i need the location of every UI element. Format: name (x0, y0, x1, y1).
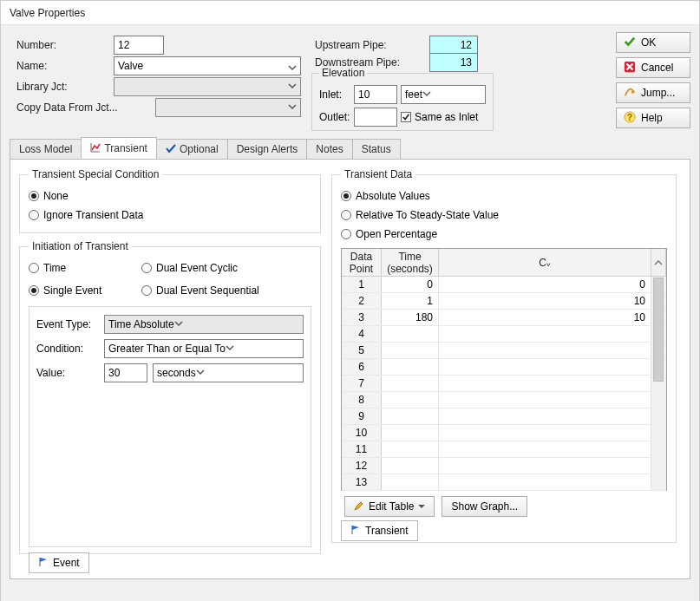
tab-design-alerts[interactable]: Design Alerts (227, 139, 308, 159)
table-row[interactable]: 4 (342, 326, 666, 343)
row-header: 4 (342, 326, 382, 342)
cell-cv[interactable] (439, 376, 651, 391)
transient-data-grid[interactable]: DataPoint Time(seconds) Cᵥ 1002110318010… (341, 248, 667, 491)
radio-dual-cyclic[interactable] (141, 263, 152, 273)
cell-time[interactable] (382, 441, 439, 457)
condition-select[interactable]: Greater Than or Equal To (104, 339, 304, 358)
inlet-unit-select[interactable]: feet (401, 85, 486, 104)
cell-cv[interactable] (439, 326, 651, 342)
chevron-down-icon (288, 81, 297, 93)
row-header: 12 (342, 458, 382, 474)
cell-time[interactable] (382, 376, 439, 391)
cell-time[interactable] (382, 343, 439, 358)
table-row[interactable]: 10 (342, 425, 666, 441)
scrollbar[interactable] (651, 278, 665, 489)
cell-cv[interactable] (439, 392, 651, 408)
cell-cv[interactable]: 10 (439, 293, 651, 309)
table-row[interactable]: 12 (342, 458, 666, 474)
ok-button[interactable]: OK (616, 32, 690, 53)
radio-dual-seq[interactable] (141, 285, 152, 296)
flag-icon (38, 557, 49, 570)
name-select[interactable]: Valve (114, 56, 301, 75)
outlet-field[interactable] (354, 108, 397, 127)
scroll-up-icon[interactable] (651, 249, 666, 276)
radio-none[interactable] (29, 191, 39, 201)
event-settings: Event Type: Time Absolute Condition: Gre… (29, 306, 311, 547)
value-unit-select[interactable]: seconds (153, 363, 304, 382)
copy-data-select[interactable] (155, 98, 301, 117)
cell-time[interactable] (382, 458, 439, 474)
init-legend: Initiation of Transient (29, 240, 132, 252)
event-type-select[interactable]: Time Absolute (104, 315, 304, 334)
cell-cv[interactable] (439, 458, 651, 474)
show-graph-button[interactable]: Show Graph... (442, 496, 527, 517)
table-row[interactable]: 318010 (342, 310, 666, 326)
table-row[interactable]: 100 (342, 277, 666, 293)
row-header: 6 (342, 359, 382, 375)
cancel-button[interactable]: Cancel (616, 57, 690, 78)
cell-time[interactable]: 0 (382, 277, 439, 292)
tab-loss-model[interactable]: Loss Model (10, 139, 82, 159)
tab-notes[interactable]: Notes (306, 139, 352, 159)
radio-ignore[interactable] (29, 210, 39, 220)
cell-time[interactable] (382, 408, 439, 424)
cell-time[interactable] (382, 474, 439, 490)
help-button[interactable]: ? Help (616, 108, 690, 128)
value-field[interactable]: 30 (104, 363, 147, 382)
cell-time[interactable] (382, 392, 439, 408)
scrollbar-thumb[interactable] (653, 278, 664, 382)
cell-cv[interactable] (439, 474, 651, 490)
radio-open-pct[interactable] (341, 229, 351, 239)
table-row[interactable]: 11 (342, 441, 666, 458)
tab-status[interactable]: Status (352, 139, 401, 159)
tab-optional[interactable]: Optional (156, 139, 228, 159)
caret-down-icon (418, 500, 425, 513)
cell-time[interactable] (382, 425, 439, 441)
cell-time[interactable]: 180 (382, 310, 439, 325)
table-row[interactable]: 2110 (342, 293, 666, 310)
flag-icon (350, 525, 361, 538)
table-row[interactable]: 8 (342, 392, 666, 408)
library-jct-select[interactable] (114, 77, 301, 96)
radio-time[interactable] (29, 263, 39, 273)
tab-transient[interactable]: Transient (81, 137, 157, 159)
col-cv: Cᵥ (439, 249, 651, 276)
row-header: 1 (342, 277, 382, 292)
jump-button[interactable]: Jump... (616, 82, 690, 103)
cell-cv[interactable] (439, 425, 651, 441)
upstream-pipe-field[interactable]: 12 (429, 36, 478, 55)
cell-cv[interactable] (439, 408, 651, 424)
number-field[interactable]: 12 (114, 36, 164, 55)
edit-table-button[interactable]: Edit Table (344, 496, 435, 517)
outlet-label: Outlet: (319, 111, 350, 123)
cell-cv[interactable] (439, 441, 651, 457)
window-title: Valve Properties (1, 1, 699, 25)
cell-time[interactable] (382, 359, 439, 375)
edit-icon (354, 500, 364, 513)
table-row[interactable]: 5 (342, 343, 666, 359)
cell-cv[interactable] (439, 359, 651, 375)
cell-cv[interactable] (439, 343, 651, 358)
event-footer-tab[interactable]: Event (29, 552, 89, 573)
row-header: 2 (342, 293, 382, 309)
radio-relative[interactable] (341, 210, 351, 220)
chart-icon (90, 142, 101, 155)
cell-time[interactable]: 1 (382, 293, 439, 309)
inlet-unit-value: feet (405, 88, 422, 101)
inlet-field[interactable]: 10 (354, 85, 397, 104)
cell-cv[interactable]: 10 (439, 310, 651, 325)
radio-absolute[interactable] (341, 191, 351, 201)
cell-cv[interactable]: 0 (439, 277, 651, 292)
table-row[interactable]: 13 (342, 474, 666, 491)
table-row[interactable]: 7 (342, 376, 666, 392)
name-label: Name: (16, 60, 47, 72)
radio-single-event[interactable] (29, 285, 39, 296)
same-as-inlet-checkbox[interactable] (401, 112, 411, 122)
ok-label: OK (641, 36, 656, 49)
transient-footer-tab[interactable]: Transient (341, 520, 418, 541)
table-row[interactable]: 9 (342, 408, 666, 425)
cell-time[interactable] (382, 326, 439, 342)
same-as-inlet-label: Same as Inlet (415, 111, 478, 123)
table-row[interactable]: 6 (342, 359, 666, 376)
help-label: Help (641, 112, 663, 124)
